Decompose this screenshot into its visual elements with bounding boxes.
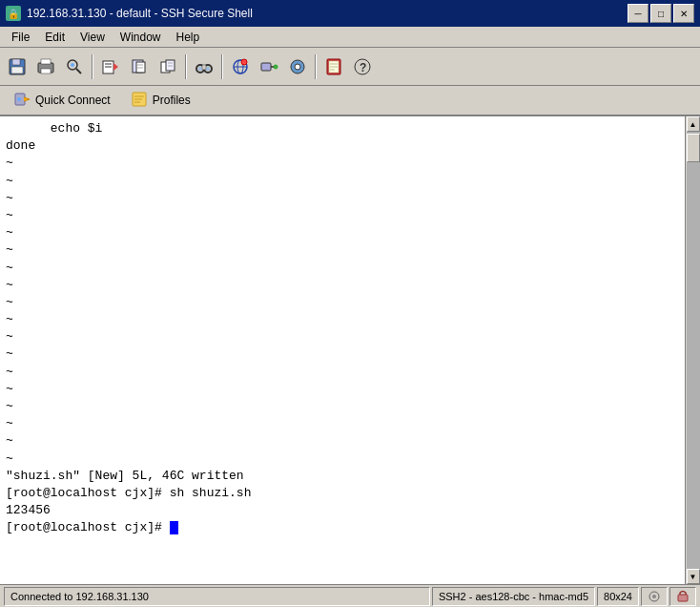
profiles-label: Profiles bbox=[153, 94, 191, 107]
sep1 bbox=[92, 54, 93, 79]
binoculars-button[interactable] bbox=[191, 52, 217, 81]
window-title: 192.168.31.130 - default - SSH Secure Sh… bbox=[27, 7, 253, 20]
terminal-cursor bbox=[170, 521, 178, 534]
encryption-label: SSH2 - aes128-cbc - hmac-md5 bbox=[439, 591, 588, 602]
toolbar: ? bbox=[0, 48, 700, 86]
svg-point-43 bbox=[17, 97, 21, 101]
quick-connect-icon bbox=[14, 91, 31, 111]
print-button[interactable] bbox=[32, 52, 59, 81]
svg-rect-30 bbox=[261, 63, 271, 71]
sep3 bbox=[221, 54, 223, 79]
svg-point-32 bbox=[274, 65, 278, 69]
app-icon: 🔒 bbox=[6, 6, 21, 21]
maximize-button[interactable]: □ bbox=[650, 4, 671, 23]
toolbar-btn-settings[interactable] bbox=[284, 52, 311, 81]
svg-marker-12 bbox=[113, 63, 118, 71]
svg-point-49 bbox=[652, 595, 656, 598]
quick-connect-button[interactable]: Quick Connect bbox=[6, 87, 119, 115]
title-bar-left: 🔒 192.168.31.130 - default - SSH Secure … bbox=[6, 6, 253, 21]
book-button[interactable] bbox=[320, 52, 347, 81]
minimize-button[interactable]: ─ bbox=[628, 4, 649, 23]
status-bar: Connected to 192.168.31.130 SSH2 - aes12… bbox=[0, 584, 700, 607]
svg-point-29 bbox=[241, 59, 247, 65]
scrollbar-down-button[interactable]: ▼ bbox=[687, 569, 700, 584]
svg-text:?: ? bbox=[360, 61, 366, 74]
svg-rect-23 bbox=[202, 65, 206, 70]
scrollbar-track[interactable] bbox=[687, 132, 700, 569]
quickconnect-bar: Quick Connect Profiles bbox=[0, 86, 700, 116]
svg-point-34 bbox=[295, 64, 300, 70]
menu-help[interactable]: Help bbox=[169, 29, 208, 46]
svg-rect-50 bbox=[678, 595, 688, 601]
title-bar-controls: ─ □ ✕ bbox=[628, 4, 694, 23]
toolbar-btn-5[interactable] bbox=[126, 52, 153, 81]
toolbar-btn-6[interactable] bbox=[154, 52, 181, 81]
menu-window[interactable]: Window bbox=[113, 29, 169, 46]
menu-bar: File Edit View Window Help bbox=[0, 27, 700, 48]
svg-line-7 bbox=[76, 69, 81, 73]
connection-status: Connected to 192.168.31.130 bbox=[4, 587, 430, 606]
network1-button[interactable] bbox=[227, 52, 254, 81]
terminal-container: echo $i done ~ ~ ~ ~ ~ ~ ~ ~ ~ ~ ~ ~ ~ ~… bbox=[0, 116, 700, 584]
network2-button[interactable] bbox=[256, 52, 282, 81]
help-button[interactable]: ? bbox=[349, 52, 376, 81]
encryption-status: SSH2 - aes128-cbc - hmac-md5 bbox=[432, 587, 595, 606]
menu-file[interactable]: File bbox=[4, 29, 37, 46]
profiles-icon bbox=[132, 91, 149, 111]
svg-rect-5 bbox=[41, 69, 51, 73]
svg-rect-4 bbox=[41, 59, 51, 64]
vertical-scrollbar[interactable]: ▲ ▼ bbox=[685, 116, 700, 584]
status-icon1 bbox=[641, 587, 668, 606]
close-button[interactable]: ✕ bbox=[673, 4, 694, 23]
scrollbar-grip[interactable] bbox=[687, 134, 700, 162]
menu-view[interactable]: View bbox=[72, 29, 113, 46]
sep4 bbox=[315, 54, 317, 79]
scrollbar-up-button[interactable]: ▲ bbox=[687, 116, 700, 132]
menu-edit[interactable]: Edit bbox=[37, 29, 72, 46]
toolbar-btn-4[interactable] bbox=[97, 52, 124, 81]
dimensions-status: 80x24 bbox=[597, 587, 639, 606]
status-icon2 bbox=[669, 587, 696, 606]
profiles-button[interactable]: Profiles bbox=[123, 87, 199, 115]
svg-rect-2 bbox=[11, 67, 23, 73]
svg-point-8 bbox=[71, 63, 74, 67]
zoom-button[interactable] bbox=[61, 52, 88, 81]
sep2 bbox=[185, 54, 187, 79]
title-bar: 🔒 192.168.31.130 - default - SSH Secure … bbox=[0, 0, 700, 27]
save-button[interactable] bbox=[4, 52, 31, 81]
svg-rect-1 bbox=[12, 59, 20, 65]
dimensions-label: 80x24 bbox=[604, 591, 632, 602]
svg-point-25 bbox=[206, 67, 210, 71]
connected-label: Connected to 192.168.31.130 bbox=[10, 591, 149, 602]
terminal[interactable]: echo $i done ~ ~ ~ ~ ~ ~ ~ ~ ~ ~ ~ ~ ~ ~… bbox=[0, 116, 685, 584]
svg-point-24 bbox=[198, 67, 202, 71]
quick-connect-label: Quick Connect bbox=[35, 94, 111, 107]
